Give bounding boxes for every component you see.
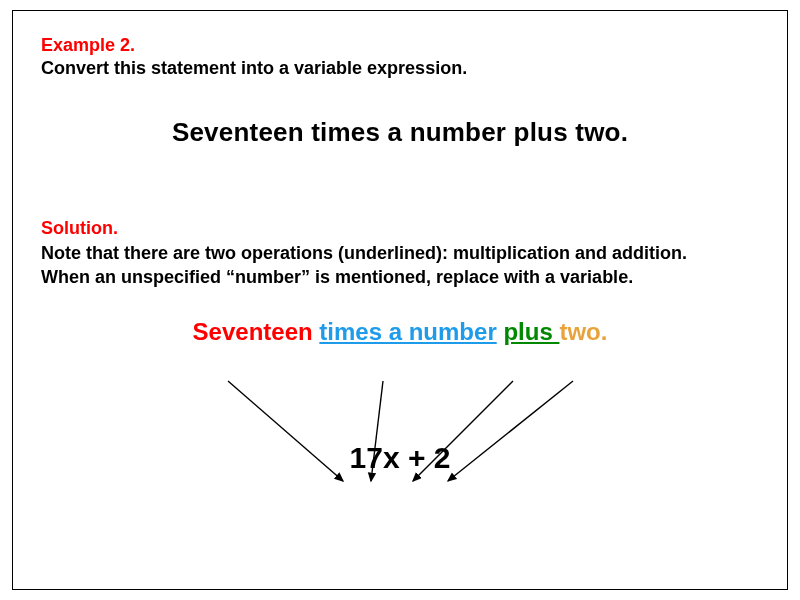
word-plus: plus bbox=[503, 318, 559, 345]
example-label: Example 2. bbox=[41, 35, 759, 56]
mapping-arrows bbox=[13, 11, 789, 591]
prompt-text: Convert this statement into a variable e… bbox=[41, 58, 759, 79]
word-seventeen: Seventeen bbox=[193, 318, 313, 345]
solution-label: Solution. bbox=[41, 218, 759, 239]
statement-text: Seventeen times a number plus two. bbox=[41, 117, 759, 148]
solution-explanation: Note that there are two operations (unde… bbox=[41, 241, 721, 290]
word-two: two. bbox=[559, 318, 607, 345]
colored-statement: Seventeen times a number plus two. bbox=[41, 318, 759, 346]
worksheet-frame: Example 2. Convert this statement into a… bbox=[12, 10, 788, 590]
phrase-times-a-number: times a number bbox=[319, 318, 496, 345]
result-expression: 17x + 2 bbox=[41, 441, 759, 475]
